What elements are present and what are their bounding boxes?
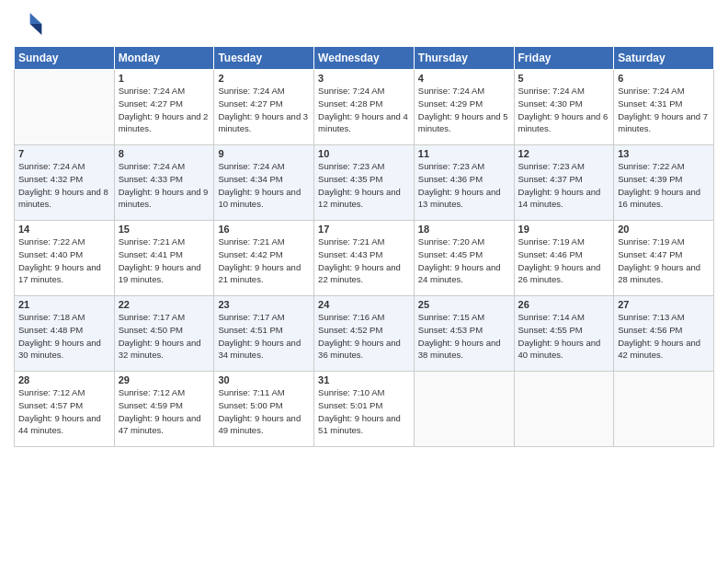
daylight-text: Daylight: 9 hours and 42 minutes. <box>618 337 710 362</box>
day-number: 8 <box>119 148 210 159</box>
calendar-cell: 19 Sunrise: 7:19 AM Sunset: 4:46 PM Dayl… <box>514 221 614 296</box>
calendar-cell: 3 Sunrise: 7:24 AM Sunset: 4:28 PM Dayli… <box>314 70 415 145</box>
sunset-text: Sunset: 4:29 PM <box>418 98 510 110</box>
calendar-cell: 20 Sunrise: 7:19 AM Sunset: 4:47 PM Dayl… <box>614 221 714 296</box>
day-number: 19 <box>518 224 610 235</box>
sunset-text: Sunset: 4:33 PM <box>119 173 210 186</box>
day-info: Sunrise: 7:22 AM Sunset: 4:39 PM Dayligh… <box>618 160 710 211</box>
day-number: 23 <box>218 299 310 310</box>
sunrise-text: Sunrise: 7:16 AM <box>318 311 410 324</box>
sunrise-text: Sunrise: 7:14 AM <box>518 311 610 324</box>
calendar-cell: 28 Sunrise: 7:12 AM Sunset: 4:57 PM Dayl… <box>15 372 115 447</box>
sunset-text: Sunset: 4:35 PM <box>318 173 410 186</box>
calendar-cell: 7 Sunrise: 7:24 AM Sunset: 4:32 PM Dayli… <box>15 145 115 221</box>
calendar-cell: 1 Sunrise: 7:24 AM Sunset: 4:27 PM Dayli… <box>114 70 214 145</box>
calendar-week-row: 14 Sunrise: 7:22 AM Sunset: 4:40 PM Dayl… <box>15 221 714 296</box>
calendar-cell: 15 Sunrise: 7:21 AM Sunset: 4:41 PM Dayl… <box>114 221 214 296</box>
sunset-text: Sunset: 4:55 PM <box>518 324 610 337</box>
day-number: 30 <box>218 374 310 385</box>
day-info: Sunrise: 7:21 AM Sunset: 4:43 PM Dayligh… <box>318 236 410 286</box>
sunset-text: Sunset: 4:40 PM <box>18 248 110 261</box>
day-number: 31 <box>318 374 410 385</box>
sunset-text: Sunset: 4:51 PM <box>218 324 310 337</box>
day-info: Sunrise: 7:23 AM Sunset: 4:37 PM Dayligh… <box>518 160 610 211</box>
sunrise-text: Sunrise: 7:24 AM <box>119 85 210 98</box>
daylight-text: Daylight: 9 hours and 12 minutes. <box>318 186 410 212</box>
day-number: 6 <box>618 73 710 84</box>
calendar-cell: 9 Sunrise: 7:24 AM Sunset: 4:34 PM Dayli… <box>214 145 314 221</box>
sunset-text: Sunset: 4:31 PM <box>618 98 710 110</box>
day-info: Sunrise: 7:24 AM Sunset: 4:29 PM Dayligh… <box>418 85 510 135</box>
calendar-cell: 17 Sunrise: 7:21 AM Sunset: 4:43 PM Dayl… <box>314 221 415 296</box>
calendar-cell <box>15 70 115 145</box>
logo-icon <box>14 9 43 39</box>
sunrise-text: Sunrise: 7:23 AM <box>418 160 510 173</box>
day-number: 13 <box>618 148 710 159</box>
daylight-text: Daylight: 9 hours and 7 minutes. <box>618 110 710 136</box>
daylight-text: Daylight: 9 hours and 6 minutes. <box>518 110 610 136</box>
sunset-text: Sunset: 4:59 PM <box>119 399 210 412</box>
day-info: Sunrise: 7:24 AM Sunset: 4:28 PM Dayligh… <box>318 85 410 135</box>
calendar-cell: 6 Sunrise: 7:24 AM Sunset: 4:31 PM Dayli… <box>614 70 714 145</box>
daylight-text: Daylight: 9 hours and 3 minutes. <box>218 110 310 136</box>
calendar-table: SundayMondayTuesdayWednesdayThursdayFrid… <box>14 46 714 447</box>
daylight-text: Daylight: 9 hours and 9 minutes. <box>119 186 210 212</box>
day-info: Sunrise: 7:11 AM Sunset: 5:00 PM Dayligh… <box>218 386 310 437</box>
weekday-header-wednesday: Wednesday <box>314 47 415 70</box>
day-info: Sunrise: 7:10 AM Sunset: 5:01 PM Dayligh… <box>318 386 410 437</box>
day-number: 15 <box>119 224 210 235</box>
weekday-header-sunday: Sunday <box>15 47 115 70</box>
day-info: Sunrise: 7:13 AM Sunset: 4:56 PM Dayligh… <box>618 311 710 362</box>
day-info: Sunrise: 7:16 AM Sunset: 4:52 PM Dayligh… <box>318 311 410 362</box>
sunrise-text: Sunrise: 7:22 AM <box>618 160 710 173</box>
daylight-text: Daylight: 9 hours and 47 minutes. <box>119 412 210 438</box>
sunset-text: Sunset: 4:45 PM <box>418 248 510 261</box>
calendar-week-row: 7 Sunrise: 7:24 AM Sunset: 4:32 PM Dayli… <box>15 145 714 221</box>
calendar-cell: 21 Sunrise: 7:18 AM Sunset: 4:48 PM Dayl… <box>15 296 115 372</box>
calendar-cell <box>614 372 714 447</box>
calendar-cell: 30 Sunrise: 7:11 AM Sunset: 5:00 PM Dayl… <box>214 372 314 447</box>
day-number: 9 <box>218 148 310 159</box>
sunset-text: Sunset: 4:36 PM <box>418 173 510 186</box>
sunset-text: Sunset: 4:52 PM <box>318 324 410 337</box>
day-number: 17 <box>318 224 410 235</box>
calendar-cell: 18 Sunrise: 7:20 AM Sunset: 4:45 PM Dayl… <box>414 221 514 296</box>
sunset-text: Sunset: 4:53 PM <box>418 324 510 337</box>
sunset-text: Sunset: 4:41 PM <box>119 248 210 261</box>
calendar-cell: 5 Sunrise: 7:24 AM Sunset: 4:30 PM Dayli… <box>514 70 614 145</box>
calendar-cell: 2 Sunrise: 7:24 AM Sunset: 4:27 PM Dayli… <box>214 70 314 145</box>
daylight-text: Daylight: 9 hours and 51 minutes. <box>318 412 410 438</box>
day-number: 29 <box>119 374 210 385</box>
sunrise-text: Sunrise: 7:24 AM <box>218 85 310 98</box>
day-number: 2 <box>218 73 310 84</box>
day-info: Sunrise: 7:24 AM Sunset: 4:32 PM Dayligh… <box>18 160 110 211</box>
sunrise-text: Sunrise: 7:17 AM <box>218 311 310 324</box>
day-info: Sunrise: 7:19 AM Sunset: 4:46 PM Dayligh… <box>518 236 610 286</box>
day-number: 7 <box>18 148 110 159</box>
sunrise-text: Sunrise: 7:24 AM <box>318 85 410 98</box>
sunset-text: Sunset: 4:43 PM <box>318 248 410 261</box>
daylight-text: Daylight: 9 hours and 5 minutes. <box>418 110 510 136</box>
day-info: Sunrise: 7:24 AM Sunset: 4:33 PM Dayligh… <box>119 160 210 211</box>
sunrise-text: Sunrise: 7:12 AM <box>18 386 110 399</box>
daylight-text: Daylight: 9 hours and 24 minutes. <box>418 261 510 287</box>
sunset-text: Sunset: 4:28 PM <box>318 98 410 110</box>
day-number: 20 <box>618 224 710 235</box>
sunset-text: Sunset: 4:46 PM <box>518 248 610 261</box>
weekday-header-row: SundayMondayTuesdayWednesdayThursdayFrid… <box>15 47 714 70</box>
daylight-text: Daylight: 9 hours and 32 minutes. <box>119 337 210 362</box>
daylight-text: Daylight: 9 hours and 13 minutes. <box>418 186 510 212</box>
sunset-text: Sunset: 5:01 PM <box>318 399 410 412</box>
day-info: Sunrise: 7:20 AM Sunset: 4:45 PM Dayligh… <box>418 236 510 286</box>
sunset-text: Sunset: 5:00 PM <box>218 399 310 412</box>
day-info: Sunrise: 7:21 AM Sunset: 4:42 PM Dayligh… <box>218 236 310 286</box>
sunset-text: Sunset: 4:34 PM <box>218 173 310 186</box>
daylight-text: Daylight: 9 hours and 22 minutes. <box>318 261 410 287</box>
calendar-cell: 12 Sunrise: 7:23 AM Sunset: 4:37 PM Dayl… <box>514 145 614 221</box>
day-number: 3 <box>318 73 410 84</box>
calendar-cell: 26 Sunrise: 7:14 AM Sunset: 4:55 PM Dayl… <box>514 296 614 372</box>
day-info: Sunrise: 7:23 AM Sunset: 4:35 PM Dayligh… <box>318 160 410 211</box>
daylight-text: Daylight: 9 hours and 28 minutes. <box>618 261 710 287</box>
sunrise-text: Sunrise: 7:24 AM <box>618 85 710 98</box>
day-info: Sunrise: 7:24 AM Sunset: 4:34 PM Dayligh… <box>218 160 310 211</box>
